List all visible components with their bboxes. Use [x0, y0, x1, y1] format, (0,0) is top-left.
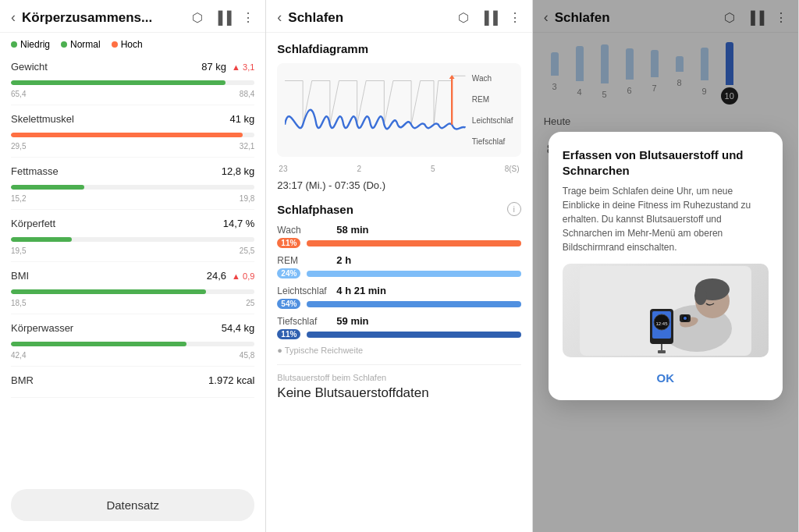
phase-name: Tiefschlaf: [277, 316, 332, 327]
phase-pct: 11%: [277, 329, 300, 339]
phase-bar-row: 24%: [277, 268, 520, 278]
metric-value: 54,4 kg: [222, 322, 255, 334]
modal-body: Trage beim Schlafen deine Uhr, um neue E…: [563, 184, 769, 254]
phase-bar-row: 54%: [277, 299, 520, 309]
bar-high: 25: [246, 299, 254, 307]
bar-fill: [11, 237, 72, 242]
modal-card: Erfassen von Blutsauerstoff und Schnarch…: [549, 132, 783, 400]
modal-ok-button[interactable]: OK: [563, 368, 769, 388]
metric-header: Körperfett 14,7 %: [11, 218, 254, 229]
phase-item: Wach 58 min 11%: [277, 224, 520, 248]
panel1-header: ‹ Körperzusammens... ⬡ ▐▐ ⋮: [0, 0, 265, 33]
phase-name: REM: [277, 255, 332, 266]
bar-fill: [11, 185, 84, 190]
phase-time: 4 h 21 min: [336, 285, 386, 296]
back-button-2[interactable]: ‹: [277, 9, 282, 26]
phase-bar: [307, 301, 520, 307]
panel1-title: Körperzusammens...: [22, 10, 186, 26]
bar-low: 15,2: [11, 194, 26, 203]
bar-fill: [11, 133, 243, 137]
metric-name: Körperfett: [11, 218, 55, 229]
metric-name: BMI: [11, 270, 29, 282]
sleep-legend: Wach REM Leichtschlaf Tiefschlaf: [472, 71, 513, 149]
phase-item: Leichtschlaf 4 h 21 min 54%: [277, 285, 520, 309]
phase-bar-row: 11%: [277, 329, 520, 339]
metric-trend: ▲ 0,9: [229, 271, 254, 281]
bar-fill: [11, 342, 186, 346]
legend-niedrig: Niedrig: [11, 39, 50, 50]
bar-container: [11, 339, 254, 349]
phase-bar: [307, 271, 520, 277]
chart-icon-2[interactable]: ▐▐: [480, 11, 498, 25]
legend-normal: Normal: [61, 39, 101, 50]
panel-body-composition: ‹ Körperzusammens... ⬡ ▐▐ ⋮ Niedrig Norm…: [0, 0, 266, 532]
bar-labels: 19,5 25,5: [11, 246, 254, 255]
schlafphasen-header: Schlafphasen i: [277, 202, 520, 216]
blutsauerstoff-value: Keine Blutsauerstoffdaten: [277, 385, 520, 401]
phase-bar-row: 11%: [277, 238, 520, 248]
metric-trend: ▲ 3,1: [229, 62, 254, 72]
chart-icon[interactable]: ▐▐: [214, 11, 232, 25]
niedrig-dot: [11, 41, 17, 48]
bar-labels: 65,4 88,4: [11, 90, 254, 98]
phase-label-row: REM 2 h: [277, 254, 520, 266]
bar-high: 32,1: [240, 142, 254, 151]
metric-item: Gewicht 87 kg ▲ 3,1 65,4 88,4: [11, 53, 254, 105]
metric-name: Gewicht: [11, 61, 48, 73]
metric-value: 12,8 kg: [222, 165, 255, 177]
blutsauerstoff-label: Blutsauerstoff beim Schlafen: [277, 373, 520, 382]
svg-point-16: [684, 317, 687, 320]
bar-track: [11, 289, 254, 294]
bar-track: [11, 185, 254, 190]
bar-fill: [11, 289, 206, 294]
info-icon[interactable]: i: [507, 202, 521, 216]
legend-hoch: Hoch: [112, 39, 143, 50]
metric-value: 87 kg ▲ 3,1: [201, 61, 254, 73]
bar-labels: 18,5 25: [11, 299, 254, 307]
modal-overlay: Erfassen von Blutsauerstoff und Schnarch…: [533, 0, 798, 532]
legend-wach: Wach: [472, 74, 513, 83]
time-23: 23: [279, 165, 287, 173]
bar-track: [11, 342, 254, 346]
share-icon[interactable]: ⬡: [192, 10, 203, 25]
svg-point-6: [694, 286, 707, 305]
phase-bar: [307, 240, 520, 246]
bar-low: 65,4: [11, 90, 26, 98]
metric-value: 24,6 ▲ 0,9: [207, 270, 255, 282]
bar-fill: [11, 80, 225, 85]
back-button[interactable]: ‹: [11, 9, 16, 26]
time-5: 5: [431, 165, 435, 173]
metric-item: Fettmasse 12,8 kg 15,2 19,8: [11, 158, 254, 210]
header-actions: ⬡ ▐▐ ⋮: [192, 10, 255, 25]
more-icon-2[interactable]: ⋮: [509, 10, 521, 25]
panel2-content: Schlafdiagramm Wach REM Leichtschlaf Tie…: [266, 33, 531, 532]
sleep-diagram: Wach REM Leichtschlaf Tiefschlaf: [277, 63, 520, 157]
time-labels: 23 2 5 8(S): [277, 165, 520, 173]
metric-header: Gewicht 87 kg ▲ 3,1: [11, 61, 254, 73]
metric-item: Skelettmuskel 41 kg 29,5 32,1: [11, 105, 254, 158]
bar-container: [11, 182, 254, 193]
bar-labels: 15,2 19,8: [11, 194, 254, 203]
niedrig-label: Niedrig: [20, 39, 50, 50]
normal-dot: [61, 41, 67, 48]
sleep-chart: [285, 71, 466, 149]
datensatz-button[interactable]: Datensatz: [11, 489, 254, 521]
legend: Niedrig Normal Hoch: [0, 33, 265, 53]
date-range: 23:17 (Mi.) - 07:35 (Do.): [277, 179, 520, 191]
metric-value: 41 kg: [230, 113, 255, 125]
typical-note: ● Typische Reichweite: [277, 346, 520, 355]
more-icon[interactable]: ⋮: [242, 10, 254, 25]
svg-marker-1: [449, 75, 455, 79]
metric-item: Körperwasser 54,4 kg 42,4 45,8: [11, 314, 254, 367]
phase-time: 2 h: [336, 254, 351, 266]
bar-high: 45,8: [240, 351, 254, 360]
share-icon-2[interactable]: ⬡: [458, 10, 469, 25]
metric-header: Körperwasser 54,4 kg: [11, 322, 254, 334]
bar-container: [11, 129, 254, 140]
sleep-wave-svg: [285, 71, 466, 149]
bar-high: 25,5: [240, 246, 254, 255]
phase-label-row: Wach 58 min: [277, 224, 520, 236]
phase-pct: 54%: [277, 299, 300, 309]
bar-low: 42,4: [11, 351, 26, 360]
phase-bar: [307, 332, 520, 338]
